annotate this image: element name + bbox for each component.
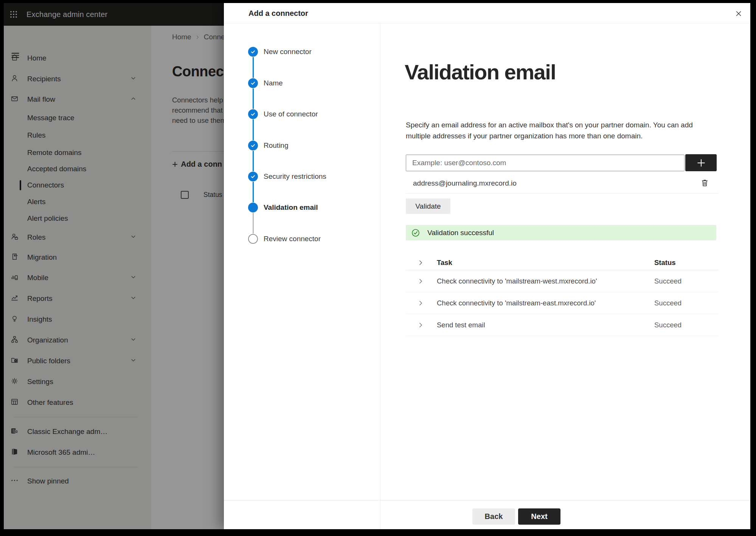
table-header-row: TaskStatus bbox=[406, 256, 719, 270]
wizard-step-description: Specify an email address for an active m… bbox=[406, 119, 699, 141]
address-divider bbox=[406, 193, 719, 194]
dialog-title: Add a connector bbox=[248, 3, 308, 23]
wizard-step-security-restrictions: Security restrictions bbox=[224, 168, 380, 185]
table-row[interactable]: Check connectivity to 'mailstream-east.m… bbox=[406, 292, 719, 314]
chevron-right-icon[interactable] bbox=[417, 321, 425, 329]
wizard-step-label: Name bbox=[264, 79, 283, 87]
validation-success-banner: Validation successful bbox=[406, 225, 716, 240]
wizard-step-routing: Routing bbox=[224, 137, 380, 154]
step-check-icon bbox=[248, 78, 258, 88]
wizard-step-use-of-connector: Use of connector bbox=[224, 106, 380, 122]
trash-icon[interactable] bbox=[698, 177, 711, 190]
task-column-header: Task bbox=[437, 259, 452, 267]
add-connector-dialog: Add a connector New connectorNameUse of … bbox=[224, 3, 750, 529]
chevron-right-icon[interactable] bbox=[417, 277, 425, 285]
wizard-step-heading: Validation email bbox=[405, 60, 556, 84]
validate-button[interactable]: Validate bbox=[406, 198, 450, 214]
banner-text: Validation successful bbox=[427, 229, 494, 237]
status-column-header: Status bbox=[654, 259, 676, 267]
wizard-step-label: Use of connector bbox=[264, 110, 318, 118]
success-check-icon bbox=[411, 228, 420, 237]
footer-divider bbox=[224, 500, 750, 500]
step-check-icon bbox=[248, 141, 258, 150]
table-row[interactable]: Check connectivity to 'mailstream-west.m… bbox=[406, 270, 719, 292]
status-cell: Succeed bbox=[654, 299, 681, 307]
wizard-step-review-connector: Review connector bbox=[224, 231, 380, 247]
chevron-right-icon[interactable] bbox=[417, 259, 425, 267]
wizard-step-label: New connector bbox=[264, 48, 312, 56]
status-cell: Succeed bbox=[654, 321, 681, 329]
validation-email-input[interactable] bbox=[406, 155, 685, 171]
wizard-step-label: Routing bbox=[264, 141, 289, 150]
back-button[interactable]: Back bbox=[472, 508, 515, 525]
wizard-step-validation-email: Validation email bbox=[224, 199, 380, 216]
status-cell: Succeed bbox=[654, 277, 681, 285]
validation-results-table: TaskStatusCheck connectivity to 'mailstr… bbox=[406, 256, 719, 336]
add-email-button[interactable] bbox=[685, 154, 717, 171]
step-check-icon bbox=[248, 47, 258, 57]
table-row[interactable]: Send test emailSucceed bbox=[406, 314, 719, 336]
steps-divider bbox=[380, 24, 380, 529]
next-button[interactable]: Next bbox=[518, 508, 560, 525]
task-cell: Send test email bbox=[437, 321, 485, 329]
wizard-step-label: Security restrictions bbox=[264, 172, 326, 181]
added-address: address@journaling.mxrecord.io bbox=[413, 179, 517, 187]
wizard-step-new-connector: New connector bbox=[224, 43, 380, 60]
task-cell: Check connectivity to 'mailstream-east.m… bbox=[437, 299, 596, 307]
added-address-row: address@journaling.mxrecord.io bbox=[406, 175, 719, 191]
wizard-step-label: Validation email bbox=[264, 203, 318, 212]
step-check-icon bbox=[248, 109, 258, 119]
step-check-icon bbox=[248, 172, 258, 181]
step-upcoming-icon bbox=[248, 234, 258, 244]
screenshot-frame: Exchange admin center HomeRecipientsMail… bbox=[0, 0, 756, 536]
wizard-step-name: Name bbox=[224, 75, 380, 91]
wizard-step-label: Review connector bbox=[264, 235, 321, 243]
close-icon[interactable] bbox=[732, 8, 745, 20]
task-cell: Check connectivity to 'mailstream-west.m… bbox=[437, 277, 597, 285]
chevron-right-icon[interactable] bbox=[417, 299, 425, 307]
step-current-icon bbox=[248, 203, 258, 212]
dialog-header: Add a connector bbox=[224, 3, 750, 23]
